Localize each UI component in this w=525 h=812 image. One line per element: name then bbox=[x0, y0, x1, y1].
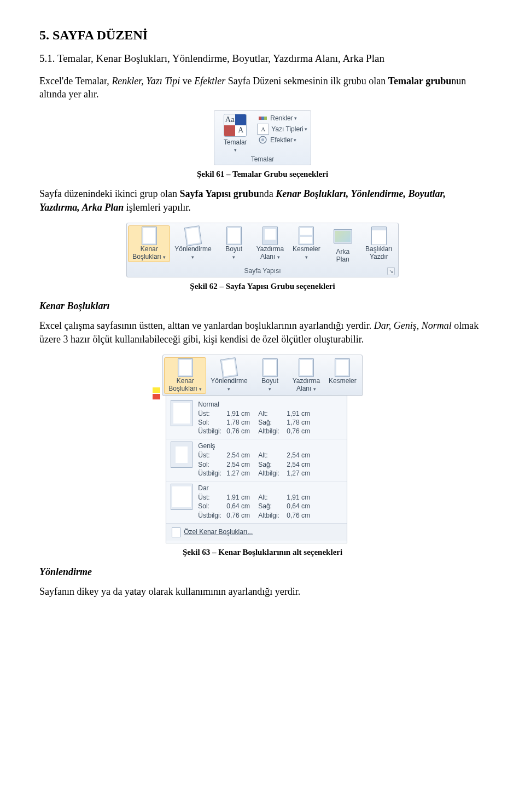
p1-b: Renkler, Yazı Tipi bbox=[112, 76, 180, 86]
print-area-button[interactable]: YazdırmaAlanı ▾ bbox=[288, 357, 324, 394]
print-area-icon bbox=[299, 358, 314, 377]
group-footer-label: Temalar bbox=[218, 153, 307, 164]
p2-a: Sayfa düzenindeki ikinci grup olan bbox=[39, 188, 179, 199]
size-icon bbox=[262, 358, 278, 377]
print-area-icon bbox=[262, 227, 278, 245]
effects-label: Efektler bbox=[270, 136, 293, 144]
subsection-title: 5.1. Temalar, Kenar Boşlukları, Yönlendi… bbox=[39, 51, 486, 66]
margins-icon bbox=[178, 358, 193, 377]
margins-l1: Kenar bbox=[141, 245, 158, 253]
breaks-icon bbox=[299, 227, 314, 245]
paragraph-3: Excel çalışma sayfasının üstten, alttan … bbox=[39, 319, 486, 346]
p1-e: Sayfa Düzeni sekmesinin ilk grubu olan bbox=[225, 76, 388, 86]
custom-margins-button[interactable]: Özel Kenar Boşlukları... bbox=[166, 524, 347, 541]
breaks-button[interactable]: Kesmeler bbox=[324, 357, 361, 394]
margin-preset-geniş[interactable]: GenişÜst:2,54 cmAlt:2,54 cmSol:2,54 cmSa… bbox=[166, 439, 347, 482]
p2-c: nda bbox=[259, 188, 276, 199]
margin-preset-normal[interactable]: NormalÜst:1,91 cmAlt:1,91 cmSol:1,78 cmS… bbox=[166, 398, 347, 440]
effects-icon bbox=[257, 135, 268, 145]
aa-top: Aa bbox=[224, 114, 235, 125]
margins-l2: Boşlukları bbox=[132, 253, 161, 260]
chevron-down-icon: ▾ bbox=[191, 254, 194, 260]
margin-thumb-icon bbox=[171, 400, 192, 426]
chevron-down-icon: ▾ bbox=[294, 137, 296, 143]
orientation-button[interactable]: Yönlendirme▾ bbox=[170, 225, 215, 262]
fonts-icon: A bbox=[257, 124, 269, 135]
page-setup-ribbon-group: KenarBoşlukları ▾ Yönlendirme▾ Boyut▾ Ya… bbox=[126, 223, 399, 277]
section-title: 5. SAYFA DÜZENİ bbox=[39, 26, 486, 44]
margins-subhead: Kenar Boşlukları bbox=[39, 299, 486, 312]
bg-l2: Plan bbox=[336, 256, 349, 263]
background-icon bbox=[334, 229, 352, 243]
size-icon bbox=[226, 227, 242, 245]
chevron-down-icon: ▾ bbox=[305, 126, 307, 132]
chevron-down-icon: ▾ bbox=[219, 147, 252, 153]
pa-l2: Alanı bbox=[260, 253, 275, 260]
p1-f: Temalar grubu bbox=[388, 76, 452, 86]
svg-point-1 bbox=[261, 138, 264, 141]
print-titles-button[interactable]: BaşlıklarıYazdır bbox=[361, 225, 397, 262]
chevron-down-icon: ▾ bbox=[305, 254, 308, 260]
paragraph-1: Excel'de Temalar, Renkler, Yazı Tipi ve … bbox=[39, 74, 486, 101]
p2-e: işlemleri yapılır. bbox=[124, 202, 190, 213]
chevron-down-icon: ▾ bbox=[228, 386, 230, 392]
page-setup-footer-label: Sayfa Yapısı bbox=[244, 267, 281, 275]
chevron-down-icon: ▾ bbox=[232, 254, 235, 260]
paragraph-4: Sayfanın dikey ya da yatay olarak kullan… bbox=[39, 585, 486, 598]
margins-button[interactable]: KenarBoşlukları ▾ bbox=[164, 357, 206, 394]
bg-l1: Arka bbox=[336, 248, 349, 256]
margins-icon bbox=[142, 227, 157, 245]
pt-l2: Yazdır bbox=[370, 253, 388, 260]
colors-label: Renkler bbox=[270, 114, 293, 123]
aa-bot: A bbox=[235, 125, 246, 136]
colors-icon bbox=[257, 113, 268, 123]
paragraph-2: Sayfa düzenindeki ikinci grup olan Sayfa… bbox=[39, 187, 486, 214]
orientation-icon bbox=[220, 357, 238, 378]
breaks-label: Kesmeler bbox=[293, 245, 320, 253]
dialog-launcher-icon[interactable]: ↘ bbox=[387, 267, 395, 276]
fonts-label: Yazı Tipleri bbox=[271, 125, 303, 134]
breaks-button[interactable]: Kesmeler▾ bbox=[288, 225, 325, 262]
orient-label: Yönlendirme bbox=[174, 245, 211, 253]
figure-61-caption: Şekil 61 – Temalar Grubu seçenekleri bbox=[39, 169, 486, 179]
effects-button[interactable]: Efektler ▾ bbox=[257, 135, 307, 145]
breaks-icon bbox=[335, 358, 350, 377]
fonts-button[interactable]: A Yazı Tipleri ▾ bbox=[257, 124, 307, 135]
p2-b: Sayfa Yapısı grubu bbox=[179, 188, 259, 199]
preset-name: Geniş bbox=[198, 442, 318, 450]
orientation-subhead: Yönlendirme bbox=[39, 565, 486, 578]
chevron-down-icon: ▾ bbox=[313, 386, 316, 392]
print-area-button[interactable]: YazdırmaAlanı ▾ bbox=[252, 225, 288, 262]
p1-d: Efektler bbox=[194, 76, 225, 86]
margin-thumb-icon bbox=[171, 484, 192, 510]
margins-dropdown: KenarBoşlukları ▾ Yönlendirme▾ Boyut▾ Ya… bbox=[162, 355, 363, 543]
themes-button[interactable]: AaA Temalar ▾ bbox=[218, 113, 255, 153]
figure-62-caption: Şekil 62 – Sayfa Yapısı Grubu seçenekler… bbox=[39, 281, 486, 292]
margin-thumb-icon bbox=[171, 442, 192, 468]
margin-preset-dar[interactable]: DarÜst:1,91 cmAlt:1,91 cmSol:0,64 cmSağ:… bbox=[166, 482, 347, 524]
themes-icon: AaA bbox=[224, 114, 247, 137]
themes-ribbon-group: AaA Temalar ▾ Renkler ▾ A Yazı Tipleri ▾ bbox=[214, 110, 311, 166]
p1-a: Excel'de Temalar, bbox=[39, 76, 112, 86]
chevron-down-icon: ▾ bbox=[199, 386, 202, 392]
colors-button[interactable]: Renkler ▾ bbox=[257, 113, 307, 123]
preset-name: Dar bbox=[198, 484, 318, 492]
orientation-button[interactable]: Yönlendirme▾ bbox=[206, 357, 252, 394]
pt-l1: Başlıkları bbox=[365, 245, 392, 253]
page-icon bbox=[172, 527, 180, 537]
chevron-down-icon: ▾ bbox=[294, 115, 297, 121]
size-button[interactable]: Boyut▾ bbox=[252, 357, 288, 394]
p1-c: ve bbox=[180, 76, 194, 86]
background-button[interactable]: ArkaPlan bbox=[325, 225, 361, 265]
size-button[interactable]: Boyut▾ bbox=[216, 225, 252, 262]
themes-label: Temalar bbox=[219, 138, 252, 147]
chevron-down-icon: ▾ bbox=[163, 254, 166, 260]
row-header-strip bbox=[153, 355, 160, 427]
pa-l1: Yazdırma bbox=[256, 245, 284, 253]
size-label: Boyut bbox=[225, 245, 242, 253]
margins-button[interactable]: KenarBoşlukları ▾ bbox=[128, 225, 170, 262]
p3-b: Dar, Geniş, Normal bbox=[374, 320, 452, 331]
chevron-down-icon: ▾ bbox=[277, 254, 280, 260]
preset-name: Normal bbox=[198, 400, 318, 409]
print-titles-icon bbox=[371, 227, 387, 245]
